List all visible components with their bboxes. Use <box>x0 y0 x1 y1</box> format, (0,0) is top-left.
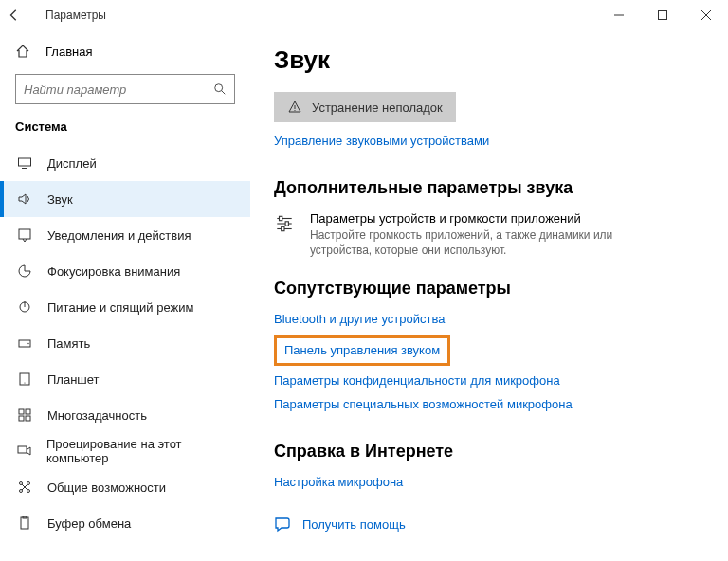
svg-point-29 <box>294 110 295 111</box>
heading-related: Сопутствующие параметры <box>274 279 705 299</box>
window-title: Параметры <box>38 9 106 22</box>
svg-point-4 <box>215 84 223 92</box>
title-bar: Параметры <box>0 0 728 30</box>
sidebar-item-display[interactable]: Дисплей <box>0 145 250 181</box>
svg-rect-16 <box>26 409 30 414</box>
window-buttons <box>597 0 728 30</box>
link-get-help[interactable]: Получить помощь <box>302 517 406 532</box>
sidebar-item-sound[interactable]: Звук <box>0 181 250 217</box>
sidebar-home[interactable]: Главная <box>0 36 250 66</box>
link-manage-devices[interactable]: Управление звуковыми устройствами <box>274 134 489 148</box>
app-volume-desc: Настройте громкость приложений, а также … <box>310 227 651 258</box>
link-mic-privacy[interactable]: Параметры конфиденциальности для микрофо… <box>274 373 560 388</box>
sidebar-item-label: Питание и спящий режим <box>47 300 193 315</box>
app-volume-title: Параметры устройств и громкости приложен… <box>310 211 651 226</box>
get-help-row[interactable]: Получить помощь <box>274 516 705 533</box>
maximize-button[interactable] <box>641 0 684 30</box>
sidebar-item-label: Проецирование на этот компьютер <box>46 437 237 465</box>
sidebar-item-notifications[interactable]: Уведомления и действия <box>0 217 250 253</box>
back-button[interactable] <box>8 9 38 22</box>
storage-icon <box>15 335 34 351</box>
sidebar-item-label: Фокусировка внимания <box>47 264 180 279</box>
focus-icon <box>15 263 34 279</box>
sidebar-item-power[interactable]: Питание и спящий режим <box>0 289 250 325</box>
link-sound-control-panel[interactable]: Панель управления звуком <box>274 335 450 366</box>
power-icon <box>15 299 34 315</box>
svg-point-25 <box>27 490 30 493</box>
sidebar: Главная Система Дисплей Звук Уведомления… <box>0 30 251 561</box>
sidebar-section-label: Система <box>0 119 250 145</box>
display-icon <box>15 155 34 171</box>
sidebar-item-tablet[interactable]: Планшет <box>0 361 250 397</box>
notifications-icon <box>15 227 34 243</box>
sidebar-item-label: Общие возможности <box>47 480 166 495</box>
svg-rect-33 <box>285 222 288 226</box>
svg-rect-15 <box>19 409 24 414</box>
search-box[interactable] <box>15 74 235 104</box>
warning-icon <box>287 100 302 115</box>
clipboard-icon <box>15 516 34 531</box>
svg-rect-35 <box>282 226 284 230</box>
svg-point-23 <box>27 482 30 485</box>
sidebar-item-label: Память <box>47 336 90 351</box>
sidebar-item-multitasking[interactable]: Многозадачность <box>0 397 250 433</box>
svg-rect-17 <box>19 416 24 421</box>
sidebar-item-label: Планшет <box>47 372 100 387</box>
link-bluetooth[interactable]: Bluetooth и другие устройства <box>274 312 445 326</box>
multitasking-icon <box>15 407 34 423</box>
shared-icon <box>15 480 34 495</box>
sidebar-item-label: Звук <box>47 192 73 207</box>
sidebar-nav: Дисплей Звук Уведомления и действия Фоку… <box>0 145 250 541</box>
svg-line-5 <box>222 91 226 95</box>
svg-point-14 <box>24 382 25 383</box>
svg-rect-8 <box>19 229 30 239</box>
heading-advanced: Дополнительные параметры звука <box>274 178 705 198</box>
sidebar-item-focus[interactable]: Фокусировка внимания <box>0 253 250 289</box>
svg-rect-6 <box>19 158 31 166</box>
home-icon <box>15 44 34 59</box>
troubleshoot-button[interactable]: Устранение неполадок <box>274 92 456 122</box>
sidebar-item-projecting[interactable]: Проецирование на этот компьютер <box>0 433 250 469</box>
heading-web-help: Справка в Интернете <box>274 442 705 461</box>
search-icon <box>213 82 227 96</box>
svg-point-22 <box>20 482 23 485</box>
help-icon <box>274 516 291 533</box>
sidebar-home-label: Главная <box>46 45 92 59</box>
sidebar-item-label: Многозадачность <box>47 408 147 423</box>
link-mic-setup[interactable]: Настройка микрофона <box>274 475 403 489</box>
page-title: Звук <box>274 45 705 75</box>
svg-rect-18 <box>26 416 30 421</box>
svg-rect-19 <box>18 446 27 453</box>
svg-rect-26 <box>21 517 28 529</box>
link-mic-accessibility[interactable]: Параметры специальных возможностей микро… <box>274 397 573 411</box>
main-content: Звук Устранение неполадок Управление зву… <box>251 30 728 561</box>
minimize-button[interactable] <box>597 0 641 30</box>
projecting-icon <box>15 443 33 459</box>
svg-point-24 <box>20 490 23 493</box>
sidebar-item-shared[interactable]: Общие возможности <box>0 469 250 505</box>
sidebar-item-storage[interactable]: Память <box>0 325 250 361</box>
svg-rect-31 <box>280 216 282 220</box>
svg-rect-1 <box>659 11 667 20</box>
app-volume-row[interactable]: Параметры устройств и громкости приложен… <box>274 211 705 258</box>
sidebar-item-label: Уведомления и действия <box>47 228 191 243</box>
sidebar-item-label: Буфер обмена <box>47 516 131 531</box>
sound-icon <box>15 191 34 207</box>
troubleshoot-label: Устранение неполадок <box>312 100 443 115</box>
sidebar-item-label: Дисплей <box>47 156 97 171</box>
svg-point-12 <box>27 343 28 344</box>
sliders-icon <box>274 213 297 234</box>
close-button[interactable] <box>684 0 728 30</box>
tablet-icon <box>15 371 34 387</box>
sidebar-item-clipboard[interactable]: Буфер обмена <box>0 505 250 541</box>
search-input[interactable] <box>24 82 213 97</box>
